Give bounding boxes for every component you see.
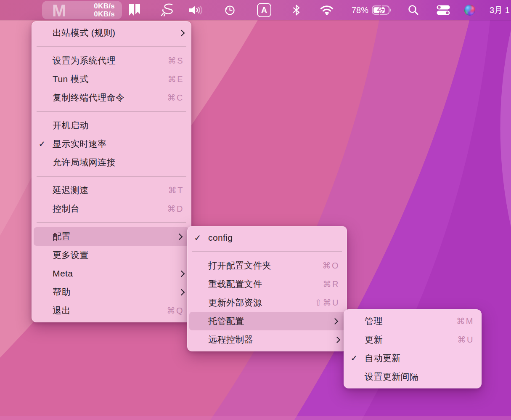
menu-separator <box>37 222 186 223</box>
proxy-app-status-item[interactable]: M 0KB/s 0KB/s <box>42 1 122 19</box>
control-center-icon[interactable] <box>437 5 450 15</box>
menu-item-config-profile[interactable]: ✓ config <box>187 229 347 247</box>
menu-item-latency-test[interactable]: 延迟测速 ⌘T <box>32 181 191 199</box>
menu-item-help[interactable]: 帮助 <box>32 283 191 301</box>
time-machine-icon[interactable] <box>224 5 236 16</box>
menu-item-manage[interactable]: 管理 ⌘M <box>344 312 482 330</box>
menu-item-reload-config[interactable]: 重载配置文件 ⌘R <box>187 275 347 293</box>
menu-item-outbound-mode[interactable]: 出站模式 (规则) <box>32 24 191 42</box>
menu-item-show-realtime-speed[interactable]: ✓ 显示实时速率 <box>32 135 191 153</box>
menu-separator <box>37 111 186 112</box>
menu-bar-date[interactable]: 3月 1 <box>490 0 510 20</box>
menu-item-meta[interactable]: Meta <box>32 264 191 283</box>
bluetooth-icon[interactable] <box>293 5 300 16</box>
battery-percent-label: 78% <box>342 0 368 20</box>
shortcut-label: ⌘S <box>168 56 184 66</box>
menu-item-remote-controller[interactable]: 远程控制器 <box>187 330 347 349</box>
checkmark-icon: ✓ <box>187 233 208 243</box>
wifi-icon[interactable] <box>320 5 334 15</box>
submenu-chevron-icon <box>176 233 183 240</box>
menu-item-launch-at-login[interactable]: 开机启动 <box>32 116 191 135</box>
submenu-chevron-icon <box>332 318 339 324</box>
menu-item-set-update-interval[interactable]: 设置更新间隔 <box>344 367 482 386</box>
upload-speed: 0KB/s <box>94 2 115 10</box>
submenu-chevron-icon <box>178 289 185 295</box>
swirl-brush-icon[interactable] <box>159 3 176 17</box>
download-speed: 0KB/s <box>94 10 115 18</box>
checkmark-icon: ✓ <box>32 139 53 149</box>
shortcut-label: ⌘M <box>456 316 474 326</box>
bookmark-ribbons-icon[interactable] <box>127 3 142 17</box>
menu-bar: M 0KB/s 0KB/s <box>0 0 511 20</box>
volume-icon[interactable] <box>189 5 205 15</box>
shortcut-label: ⌘E <box>168 74 184 84</box>
menu-item-tun-mode[interactable]: Tun 模式 ⌘E <box>32 70 191 88</box>
menu-item-update[interactable]: 更新 ⌘U <box>344 330 482 349</box>
menu-item-hosted-config[interactable]: 托管配置 <box>189 312 345 330</box>
battery-charging-icon[interactable] <box>372 5 393 15</box>
menu-item-dashboard[interactable]: 控制台 ⌘D <box>32 199 191 218</box>
spotlight-search-icon[interactable] <box>408 5 419 16</box>
checkmark-icon: ✓ <box>344 353 365 363</box>
submenu-chevron-icon <box>178 270 185 277</box>
menu-item-set-system-proxy[interactable]: 设置为系统代理 ⌘S <box>32 51 191 70</box>
network-speed-readout: 0KB/s 0KB/s <box>94 2 115 18</box>
shortcut-label: ⌘D <box>167 204 184 214</box>
submenu-chevron-icon <box>178 29 185 36</box>
submenu-chevron-icon <box>334 336 341 343</box>
input-source-label: A <box>261 5 267 15</box>
shortcut-label: ⌘T <box>168 185 184 195</box>
menu-separator <box>37 46 186 47</box>
shortcut-label: ⌘Q <box>167 306 184 316</box>
proxy-app-logo-icon: M <box>52 1 66 20</box>
input-source-icon[interactable]: A <box>257 3 271 17</box>
menu-item-more-settings[interactable]: 更多设置 <box>32 246 191 264</box>
shortcut-label: ⌘C <box>167 93 184 103</box>
siri-icon[interactable] <box>464 5 475 16</box>
hosted-config-submenu: 管理 ⌘M 更新 ⌘U ✓ 自动更新 设置更新间隔 <box>344 309 482 388</box>
shortcut-label: ⌘R <box>323 279 339 289</box>
menu-item-copy-terminal-proxy-command[interactable]: 复制终端代理命令 ⌘C <box>32 88 191 107</box>
menu-item-config[interactable]: 配置 <box>34 227 189 246</box>
menu-separator <box>192 251 342 252</box>
config-submenu: ✓ config 打开配置文件夹 ⌘O 重载配置文件 ⌘R 更新外部资源 ⇧⌘U… <box>187 226 347 351</box>
shortcut-label: ⌘U <box>458 335 474 345</box>
shortcut-label: ⌘O <box>322 261 339 271</box>
menu-item-auto-update[interactable]: ✓ 自动更新 <box>344 349 482 367</box>
menu-item-quit[interactable]: 退出 ⌘Q <box>32 301 191 320</box>
proxy-app-main-menu: 出站模式 (规则) 设置为系统代理 ⌘S Tun 模式 ⌘E 复制终端代理命令 … <box>32 21 191 322</box>
menu-separator <box>37 176 186 177</box>
menu-item-update-external-resources[interactable]: 更新外部资源 ⇧⌘U <box>187 293 347 312</box>
shortcut-label: ⇧⌘U <box>315 298 339 308</box>
menu-item-open-config-folder[interactable]: 打开配置文件夹 ⌘O <box>187 256 347 275</box>
menu-item-allow-lan[interactable]: 允许局域网连接 <box>32 153 191 172</box>
